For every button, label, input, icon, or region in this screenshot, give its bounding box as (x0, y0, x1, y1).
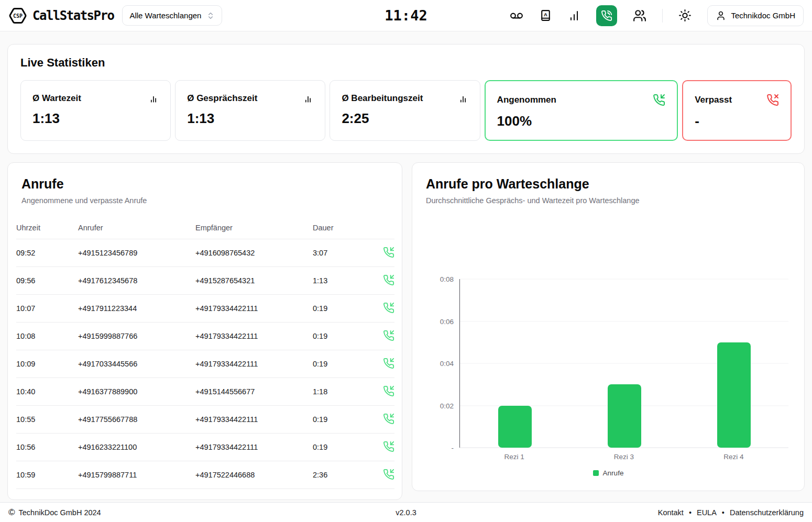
y-tick-label: 0:02 (440, 402, 454, 409)
stat-value: 1:13 (187, 110, 313, 127)
table-row[interactable]: 10:59 +4915799887711 +4917522446688 2:36 (16, 461, 394, 489)
legend-swatch (593, 470, 599, 476)
column-header-anrufer: Anrufer (78, 224, 195, 239)
cell-empfaenger: +4915287654321 (195, 267, 313, 295)
y-tick-label: - (452, 444, 454, 452)
footer-separator: • (689, 508, 692, 517)
stat-value: 1:13 (32, 110, 159, 127)
app-version: v2.0.3 (396, 508, 416, 517)
phone-incoming-icon (374, 239, 394, 267)
cell-empfaenger: +49179334422111 (195, 295, 313, 323)
bar-slot (569, 279, 679, 448)
mini-bar-chart-icon (458, 93, 468, 104)
stat-card-bearbeitungszeit: Ø Bearbeitungszeit 2:25 (330, 80, 480, 141)
queue-chart-panel: Anrufe pro Warteschlange Durchschnittlic… (412, 162, 805, 491)
cell-uhrzeit: 10:07 (16, 295, 78, 323)
phone-incoming-icon (374, 461, 394, 489)
queue-selector-dropdown[interactable]: Alle Warteschlangen (122, 5, 222, 26)
table-row[interactable]: 10:56 +4916233221100 +49179334422111 0:1… (16, 434, 394, 461)
column-header-empfaenger: Empfänger (195, 224, 313, 239)
table-row[interactable]: 10:09 +4917033445566 +49179334422111 0:1… (16, 350, 394, 378)
cell-anrufer: +4916377889900 (78, 378, 195, 406)
live-stats-title: Live Statistiken (20, 56, 792, 70)
cell-anrufer: +4917033445566 (78, 350, 195, 378)
cell-empfaenger: +49179334422111 (195, 350, 313, 378)
x-axis-label: Rezi 1 (459, 453, 569, 461)
phone-calls-active-button[interactable] (596, 5, 617, 26)
team-users-icon[interactable] (633, 9, 646, 23)
stat-label: Angenommen (497, 95, 556, 105)
cell-dauer: 0:19 (313, 295, 374, 323)
stat-value: - (695, 113, 779, 129)
calls-table: Uhrzeit Anrufer Empfänger Dauer 09:52 +4… (16, 224, 394, 489)
chart-plot: -0:020:040:060:08 (459, 279, 788, 448)
svg-text:CSP: CSP (13, 13, 23, 18)
table-row[interactable]: 10:40 +4916377889900 +4915144556677 1:18 (16, 378, 394, 406)
column-header-uhrzeit: Uhrzeit (16, 224, 78, 239)
account-button[interactable]: Technikdoc GmbH (707, 5, 804, 26)
cell-uhrzeit: 10:56 (16, 434, 78, 461)
chart-x-labels: Rezi 1Rezi 3Rezi 4 (459, 453, 788, 461)
cell-anrufer: +4915123456789 (78, 239, 195, 267)
phone-missed-icon (766, 94, 779, 106)
cell-empfaenger: +49179334422111 (195, 323, 313, 350)
table-row[interactable]: 09:52 +4915123456789 +4916098765432 3:07 (16, 239, 394, 267)
calls-table-body: 09:52 +4915123456789 +4916098765432 3:07… (16, 239, 394, 489)
cell-uhrzeit: 10:40 (16, 378, 78, 406)
stat-label: Ø Bearbeitungszeit (342, 93, 423, 104)
stat-label: Verpasst (695, 95, 732, 105)
stat-label: Ø Wartezeit (32, 93, 81, 104)
phone-incoming-icon (374, 434, 394, 461)
cell-uhrzeit: 09:56 (16, 267, 78, 295)
cell-uhrzeit: 10:59 (16, 461, 78, 489)
phone-incoming-icon (374, 350, 394, 378)
app-title: CallStatsPro (32, 8, 114, 23)
footer-link-kontakt[interactable]: Kontakt (658, 508, 684, 517)
chart-legend: Anrufe (412, 469, 804, 477)
column-header-dauer: Dauer (313, 224, 374, 239)
x-axis-label: Rezi 4 (679, 453, 788, 461)
cell-uhrzeit: 10:09 (16, 350, 78, 378)
svg-text:A: A (544, 12, 548, 17)
stat-card-angenommen: Angenommen 100% (485, 80, 678, 141)
table-row[interactable]: 10:08 +4915999887766 +49179334422111 0:1… (16, 323, 394, 350)
theme-toggle-sun-icon[interactable] (678, 9, 692, 22)
cell-empfaenger: +4915144556677 (195, 378, 313, 406)
live-clock: 11:42 (385, 7, 427, 24)
cell-uhrzeit: 10:55 (16, 406, 78, 434)
statistics-bars-icon[interactable] (568, 9, 580, 22)
y-tick-label: 0:04 (440, 360, 454, 368)
queue-selector-value: Alle Warteschlangen (129, 11, 201, 20)
contacts-book-icon[interactable]: A (539, 9, 552, 22)
phone-incoming-icon (374, 295, 394, 323)
cell-dauer: 3:07 (313, 239, 374, 267)
cell-dauer: 0:19 (313, 406, 374, 434)
phone-incoming-icon (374, 406, 394, 434)
column-header-status (374, 224, 394, 239)
phone-incoming-icon (374, 323, 394, 350)
footer-link-eula[interactable]: EULA (697, 508, 717, 517)
mini-bar-chart-icon (148, 93, 159, 104)
header-divider (662, 9, 663, 23)
cell-uhrzeit: 10:08 (16, 323, 78, 350)
user-icon (716, 10, 726, 21)
table-row[interactable]: 09:56 +4917612345678 +4915287654321 1:13 (16, 267, 394, 295)
cell-dauer: 0:19 (313, 350, 374, 378)
voicemail-icon[interactable] (510, 9, 523, 23)
stat-value: 100% (497, 113, 666, 129)
calls-title: Anrufe (21, 176, 388, 192)
cell-dauer: 1:13 (313, 267, 374, 295)
table-row[interactable]: 10:55 +4917755667788 +49179334422111 0:1… (16, 406, 394, 434)
chart-title: Anrufe pro Warteschlange (426, 176, 791, 192)
footer-separator: • (722, 508, 725, 517)
footer-link-datenschutz[interactable]: Datenschutzerklärung (730, 508, 804, 517)
phone-incoming-icon (374, 267, 394, 295)
stat-card-gespraechszeit: Ø Gesprächszeit 1:13 (175, 80, 325, 141)
cell-empfaenger: +49179334422111 (195, 406, 313, 434)
cell-anrufer: +4917755667788 (78, 406, 195, 434)
y-tick-label: 0:08 (440, 275, 454, 283)
stat-card-verpasst: Verpasst - (682, 80, 792, 141)
cell-uhrzeit: 09:52 (16, 239, 78, 267)
table-row[interactable]: 10:07 +4917911223344 +49179334422111 0:1… (16, 295, 394, 323)
cell-empfaenger: +49179334422111 (195, 434, 313, 461)
